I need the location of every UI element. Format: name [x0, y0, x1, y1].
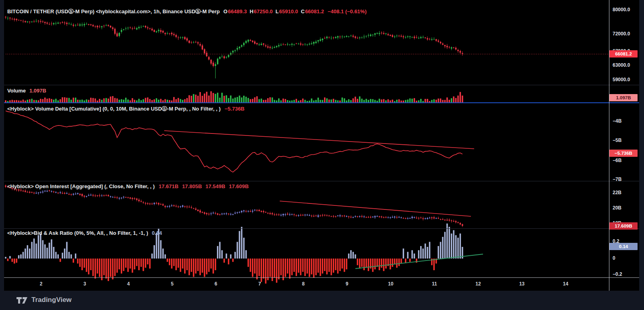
tradingview-chart-app: BITCOIN / TETHER (USDⓈ-M Perp) <hyblockc…: [0, 0, 644, 310]
tradingview-logo-text[interactable]: TradingView: [31, 296, 72, 304]
axis-value-badge-bidask: 0.14: [609, 243, 638, 250]
axis-tick-vdelta: −6B: [613, 158, 621, 163]
title-part: 17.549B: [206, 183, 225, 189]
title-part: <Hyblock> Volume Delta [Cumulative] (0, …: [7, 105, 221, 113]
panel-title-bidask[interactable]: <Hyblock>Bid & Ask Ratio (0%, 5%, All, ,…: [7, 230, 162, 236]
title-part: 17.805B: [182, 183, 202, 189]
title-part: <Hyblock> Open Interest [Aggregated] (, …: [7, 183, 155, 189]
title-part: H: [250, 8, 253, 14]
title-part: 1.097B: [29, 88, 46, 94]
time-label: 13: [519, 281, 524, 287]
time-label: 12: [475, 281, 481, 287]
title-part: 17.671B: [159, 183, 178, 189]
time-label: 10: [388, 281, 393, 287]
axis-tick-price: 80000.0: [613, 7, 630, 12]
time-label: 9: [346, 281, 349, 287]
axis-tick-vdelta: −4B: [613, 118, 621, 124]
title-part: O: [223, 8, 227, 14]
title-part: 66489.3: [228, 8, 247, 14]
axis-value-badge-price: 66081.2: [609, 50, 638, 57]
chart-area[interactable]: BITCOIN / TETHER (USDⓈ-M Perp) <hyblockc…: [4, 0, 639, 291]
title-part: 17.609B: [229, 183, 249, 189]
axis-tick-oi: 20B: [613, 205, 621, 211]
footer-bar: TradingView: [0, 291, 644, 310]
time-label: 14: [563, 281, 568, 287]
time-label: 6: [215, 281, 217, 287]
title-part: C: [301, 8, 305, 14]
panel-title-volume[interactable]: Volume1.097B: [7, 88, 46, 94]
tradingview-logo-icon[interactable]: [16, 296, 28, 304]
axis-tick-oi: 22B: [613, 190, 621, 195]
time-label: 5: [171, 281, 173, 287]
axis-tick-vdelta: −7B: [613, 177, 621, 182]
time-label: 8: [302, 281, 305, 287]
axis-tick-price: 63000.0: [613, 62, 630, 68]
axis-tick-bidask: 0: [613, 255, 615, 261]
axis-tick-vdelta: −5B: [613, 138, 621, 143]
axis-value-badge-oi: 17.609B: [609, 222, 638, 230]
axis-tick-price: 59000.0: [613, 77, 630, 82]
time-label: 11: [432, 281, 437, 287]
time-label: 3: [83, 281, 86, 287]
title-part: 65910.0: [279, 8, 298, 14]
title-part: 0.14: [152, 230, 162, 236]
axis-tick-bidask: −0.2: [613, 271, 622, 277]
time-label: 2: [40, 281, 43, 287]
title-part: BITCOIN / TETHER (USDⓈ-M Perp) <hyblockc…: [7, 8, 220, 15]
axis-value-badge-volume: 1.097B: [609, 94, 638, 101]
title-part: −5.736B: [225, 106, 245, 112]
title-part: <Hyblock>Bid & Ask Ratio (0%, 5%, All, ,…: [7, 230, 148, 236]
title-part: Volume: [7, 88, 26, 94]
title-part: −408.1 (−0.61%): [328, 8, 367, 14]
time-label: 4: [127, 281, 130, 287]
title-part: 66081.2: [305, 8, 324, 14]
time-label: 7: [258, 281, 261, 287]
axis-value-badge-vdelta: −5.736B: [609, 150, 638, 157]
plot-canvas[interactable]: [4, 0, 639, 291]
panel-title-vdelta[interactable]: <Hyblock> Volume Delta [Cumulative] (0, …: [7, 105, 245, 113]
title-part: 67250.0: [254, 8, 273, 14]
title-part: L: [276, 8, 279, 14]
axis-tick-price: 72000.0: [613, 31, 630, 37]
panel-title-price[interactable]: BITCOIN / TETHER (USDⓈ-M Perp) <hyblockc…: [7, 8, 367, 15]
panel-title-oi[interactable]: <Hyblock> Open Interest [Aggregated] (, …: [7, 183, 249, 189]
